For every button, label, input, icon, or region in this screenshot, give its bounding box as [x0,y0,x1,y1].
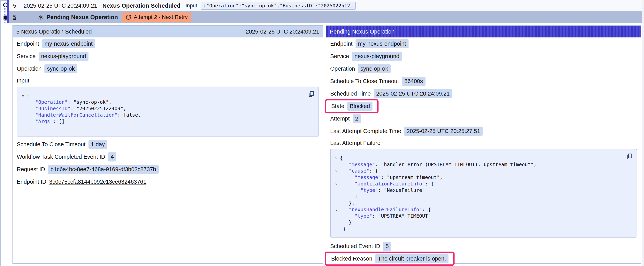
field-label: Endpoint [17,41,39,47]
field-value: 1 day [88,140,108,149]
collapse-chevron-icon[interactable]: v [333,168,340,174]
pending-event-title: Pending Nexus Operation [46,14,118,21]
json-line: v "applicationFailureInfo": { [333,181,625,187]
annotation-highlight-box: StateBlocked [325,99,378,113]
json-line: "type": "NexusFailure" [333,187,625,193]
json-gutter [333,226,340,232]
field-row-blocked-reason: Blocked ReasonThe circuit breaker is ope… [330,252,637,265]
right-panel-title: Pending Nexus Operation [330,29,394,35]
input-json-viewer: v{ "Operation": "sync-op-ok", "BusinessI… [17,87,319,137]
copy-icon[interactable] [626,153,633,160]
left-panel-timestamp: 2025-02-25 UTC 20:24:09.21 [246,29,319,35]
field-value: my-nexus-endpoint [42,39,95,48]
json-code: } [340,226,346,232]
json-code: "applicationFailureInfo": { [340,181,434,187]
field-label: Operation [17,66,42,72]
json-line: v{ [20,92,307,99]
json-line: } [333,219,625,226]
collapse-chevron-icon[interactable]: v [20,92,26,99]
failure-json-viewer: v{ "message": "handler error (UPSTREAM_T… [330,149,637,237]
field-label: Schedule To Close Timeout [330,78,399,84]
json-gutter [20,99,26,105]
json-code: "message": "handler error (UPSTREAM_TIME… [340,161,536,168]
collapse-chevron-icon[interactable]: v [333,155,340,161]
panel-nexus-operation-scheduled: 5 Nexus Operation Scheduled 2025-02-25 U… [12,25,323,264]
left-panel-title: 5 Nexus Operation Scheduled [16,29,92,35]
field-label: State [331,103,344,109]
json-code: "message": "upstream timeout", [340,174,443,181]
event-id-link[interactable]: 5 [13,3,16,9]
field-label: Service [330,53,349,60]
field-value: 86400s [402,77,426,86]
json-gutter [20,105,26,112]
field-value: b1c6a4bc-8ee7-468a-9169-df3b02c8737b [48,165,159,174]
attempt-retry-badge: Attempt 2 · Next Retry [122,13,191,22]
field-value: Blocked [347,102,372,111]
json-gutter [333,193,340,200]
event-id-link[interactable]: 5 [13,14,16,20]
field-label: Last Attempt Complete Time [330,128,401,134]
json-code: { [340,155,343,161]
json-line: "message": "upstream timeout", [333,174,625,181]
json-gutter [333,161,340,168]
field-value: nexus-playground [352,52,402,61]
json-gutter [333,174,340,181]
field-value[interactable]: 3c0c75ccfa8144b092c13ce632463761 [49,179,146,185]
collapse-chevron-icon[interactable]: v [333,181,340,187]
json-line: } [333,226,625,232]
pending-asterisk-icon [38,14,44,20]
scrollbar-track[interactable] [642,0,644,266]
field-row-endpoint-id: Endpoint ID3c0c75ccfa8144b092c13ce632463… [17,175,319,188]
json-gutter [20,112,26,118]
json-gutter [333,219,340,226]
field-row-operation: Operationsync-op-ok [330,62,637,75]
json-line: "Operation": "sync-op-ok", [20,99,307,105]
json-line: }, [333,200,625,206]
json-gutter [333,200,340,206]
field-label: Attempt [330,115,350,122]
json-line: "message": "handler error (UPSTREAM_TIME… [333,161,625,168]
json-code: "HandlerWaitForCancellation": false, [26,112,141,118]
field-value: 5 [383,242,391,251]
event-row-nexus-operation-scheduled[interactable]: 5 2025-02-25 UTC 20:24:09.21 Nexus Opera… [9,1,642,11]
field-label: Operation [330,66,355,72]
json-line: "type": "UPSTREAM_TIMEOUT" [333,213,625,219]
json-code: "type": "UPSTREAM_TIMEOUT" [340,213,431,219]
last-attempt-failure-label: Last Attempt Failure [330,137,637,149]
field-row-last-attempt-complete-time: Last Attempt Complete Time2025-02-25 UTC… [330,125,637,137]
event-row-pending-nexus-operation[interactable]: 5 Pending Nexus Operation Attempt 2 · Ne… [9,11,642,23]
field-label: Scheduled Event ID [330,243,380,249]
json-gutter [20,118,26,125]
field-label: Schedule To Close Timeout [17,141,86,148]
field-value: sync-op-ok [358,64,390,73]
json-code: "type": "NexusFailure" [340,187,425,193]
field-row-scheduled-event-id: Scheduled Event ID5 [330,240,637,252]
right-panel-header: Pending Nexus Operation [326,26,641,38]
json-code: "Args": [] [26,118,65,125]
field-label: Endpoint ID [17,179,46,185]
field-row-schedule-to-close-timeout: Schedule To Close Timeout1 day [17,138,319,151]
json-gutter [333,213,340,219]
json-code: { [26,92,30,99]
json-gutter [20,125,26,131]
field-row-service: Servicenexus-playground [17,50,319,62]
copy-icon[interactable] [308,91,314,98]
field-value: sync-op-ok [44,64,77,73]
field-row-workflow-task-completed-event-id: Workflow Task Completed Event ID4 [17,151,319,163]
json-code: } [26,125,32,131]
json-line: "Args": [] [20,118,307,125]
attempt-retry-badge-label: Attempt 2 · Next Retry [134,14,188,20]
field-label: Scheduled Time [330,91,371,97]
json-code: "nexusHandlerFailureInfo": { [340,206,431,213]
field-label: Request ID [17,166,45,173]
field-row-schedule-to-close-timeout: Schedule To Close Timeout86400s [330,75,637,87]
field-row-endpoint: Endpointmy-nexus-endpoint [17,38,319,50]
left-panel-header: 5 Nexus Operation Scheduled 2025-02-25 U… [13,26,323,38]
field-row-endpoint: Endpointmy-nexus-endpoint [330,38,637,50]
field-value: 2025-02-25 UTC 20:25:27.51 [404,127,482,136]
json-code: } [340,219,352,226]
json-line: v "nexusHandlerFailureInfo": { [333,206,625,213]
collapse-chevron-icon[interactable]: v [333,206,340,213]
field-row-request-id: Request IDb1c6a4bc-8ee7-468a-9169-df3b02… [17,163,319,175]
field-value: 2025-02-25 UTC 20:24:09.21 [374,89,452,98]
